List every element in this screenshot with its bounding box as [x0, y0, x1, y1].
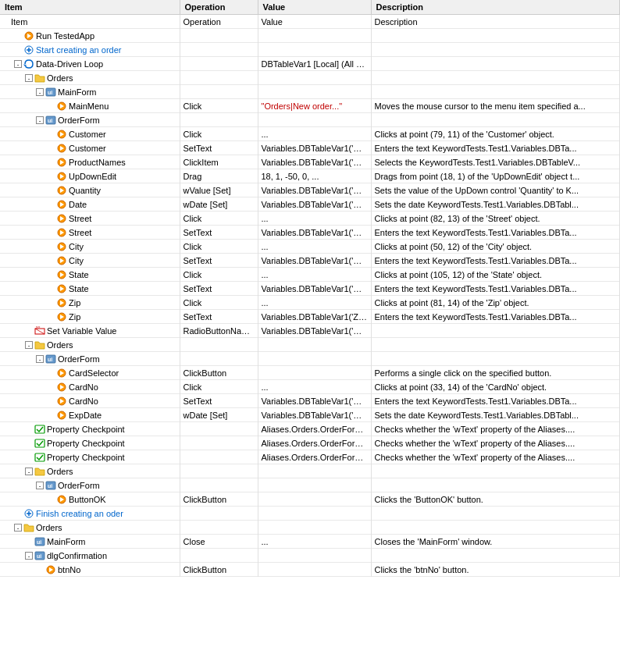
operation-cell: ClickButton	[180, 492, 258, 507]
table-row[interactable]: -Orders	[0, 338, 620, 352]
table-row[interactable]: Finish creating an oder	[0, 507, 620, 521]
tree-expander[interactable]: -	[36, 355, 44, 363]
table-row[interactable]: btnNoClickButtonClicks the 'btnNo' butto…	[0, 563, 620, 577]
table-row[interactable]: ItemOperationValueDescription	[0, 15, 620, 29]
item-label: City	[69, 242, 84, 251]
value-cell	[258, 507, 371, 521]
value-cell	[258, 29, 371, 43]
item-label: Property Checkpoint	[47, 439, 125, 448]
svg-text:ui: ui	[48, 90, 52, 95]
table-row[interactable]: StreetSetTextVariables.DBTableVar1('Stre…	[0, 226, 620, 240]
operation-cell: Click	[180, 99, 258, 113]
operation-cell: SetText	[180, 226, 258, 240]
table-row[interactable]: CustomerClick...Clicks at point (79, 11)…	[0, 127, 620, 141]
table-row[interactable]: CitySetTextVariables.DBTableVar1('City')…	[0, 254, 620, 268]
table-row[interactable]: -uiOrderForm	[0, 478, 620, 492]
tree-expander[interactable]: -	[14, 60, 22, 68]
description-cell	[371, 43, 620, 57]
description-cell: Performs a single click on the specified…	[371, 366, 620, 380]
table-row[interactable]: ButtonOKClickButtonClicks the 'ButtonOK'…	[0, 492, 620, 507]
table-row[interactable]: CardSelectorClickButtonPerforms a single…	[0, 366, 620, 380]
action-orange-icon	[56, 297, 67, 308]
table-row[interactable]: uiMainFormClose...Closes the 'MainForm' …	[0, 535, 620, 549]
value-cell: Variables.DBTableVar1('Date')	[258, 197, 371, 212]
tree-expander[interactable]: -	[14, 524, 22, 532]
action-orange-icon	[23, 30, 34, 41]
table-row[interactable]: StreetClick...Clicks at point (82, 13) o…	[0, 212, 620, 226]
table-row[interactable]: UpDownEditDrag18, 1, -50, 0, ...Drags fr…	[0, 169, 620, 183]
description-cell: Moves the mouse cursor to the menu item …	[371, 99, 620, 113]
table-row[interactable]: CityClick...Clicks at point (50, 12) of …	[0, 240, 620, 254]
link-icon	[23, 44, 34, 55]
value-cell: Variables.DBTableVar1('Qua...	[258, 183, 371, 197]
value-cell: Aliases.Orders.OrderForm.G...	[258, 436, 371, 450]
tree-expander[interactable]: -	[36, 116, 44, 124]
table-row[interactable]: CustomerSetTextVariables.DBTableVar1('Na…	[0, 141, 620, 155]
table-row[interactable]: -Data-Driven LoopDBTableVar1 [Local] (Al…	[0, 57, 620, 71]
table-row[interactable]: Run TestedApp	[0, 29, 620, 43]
tree-expander[interactable]: -	[25, 74, 33, 82]
table-row[interactable]: ExpDatewDate [Set]Variables.DBTableVar1(…	[0, 408, 620, 422]
tree-expander[interactable]: -	[25, 552, 33, 560]
action-orange-icon	[56, 185, 67, 196]
table-row[interactable]: ProductNamesClickItemVariables.DBTableVa…	[0, 155, 620, 169]
table-row[interactable]: -uiOrderForm	[0, 113, 620, 127]
table-row[interactable]: CardNoSetTextVariables.DBTableVar1('Cre.…	[0, 394, 620, 408]
table-row[interactable]: -Orders	[0, 464, 620, 478]
operation-cell: Close	[180, 535, 258, 549]
table-header: Item Operation Value Description	[0, 0, 620, 15]
link-icon	[23, 508, 34, 519]
item-label: Orders	[47, 467, 73, 476]
description-cell: Enters the text KeywordTests.Test1.Varia…	[371, 254, 620, 268]
description-cell	[371, 57, 620, 71]
description-cell	[371, 352, 620, 366]
tree-body: ItemOperationValueDescriptionRun TestedA…	[0, 15, 620, 577]
folder-icon	[34, 73, 45, 84]
table-row[interactable]: Property CheckpointAliases.Orders.OrderF…	[0, 450, 620, 464]
description-cell	[371, 71, 620, 85]
description-cell: Clicks at point (81, 14) of the 'Zip' ob…	[371, 296, 620, 310]
table-row[interactable]: -Orders	[0, 71, 620, 85]
tree-expander[interactable]: -	[36, 482, 44, 489]
table-row[interactable]: MainMenuClick"Orders|New order..."Moves …	[0, 99, 620, 113]
table-row[interactable]: ZipSetTextVariables.DBTableVar1('ZIP')En…	[0, 310, 620, 324]
svg-text:ui: ui	[48, 483, 52, 489]
table-row[interactable]: -uidlgConfirmation	[0, 549, 620, 563]
item-label: OrderForm	[58, 481, 100, 490]
table-row[interactable]: x=Set Variable ValueRadioButtonName [Pr.…	[0, 324, 620, 338]
description-cell	[371, 464, 620, 478]
table-row[interactable]: StateSetTextVariables.DBTableVar1('State…	[0, 282, 620, 296]
table-row[interactable]: StateClick...Clicks at point (105, 12) o…	[0, 268, 620, 282]
value-cell: 18, 1, -50, 0, ...	[258, 169, 371, 183]
tree-expander[interactable]: -	[25, 468, 33, 475]
value-cell: ...	[258, 127, 371, 141]
table-row[interactable]: ZipClick...Clicks at point (81, 14) of t…	[0, 296, 620, 310]
col-header-operation: Operation	[180, 0, 258, 15]
item-label: Property Checkpoint	[47, 425, 125, 434]
svg-line-39	[35, 329, 45, 334]
tree-expander[interactable]: -	[36, 88, 44, 96]
operation-cell	[180, 71, 258, 85]
table-row[interactable]: CardNoClick...Clicks at point (33, 14) o…	[0, 380, 620, 394]
description-cell: Checks whether the 'wText' property of t…	[371, 436, 620, 450]
description-cell: Sets the date KeywordTests.Test1.Variabl…	[371, 408, 620, 422]
col-header-item: Item	[0, 0, 180, 15]
table-row[interactable]: -uiOrderForm	[0, 352, 620, 366]
table-row[interactable]: Property CheckpointAliases.Orders.OrderF…	[0, 436, 620, 450]
table-row[interactable]: DatewDate [Set]Variables.DBTableVar1('Da…	[0, 197, 620, 212]
table-row[interactable]: QuantitywValue [Set]Variables.DBTableVar…	[0, 183, 620, 197]
table-row[interactable]: Start creating an order	[0, 43, 620, 57]
operation-cell	[180, 352, 258, 366]
description-cell: Sets the value of the UpDown control 'Qu…	[371, 183, 620, 197]
table-row[interactable]: Property CheckpointAliases.Orders.OrderF…	[0, 422, 620, 436]
folder-icon	[34, 340, 45, 350]
description-cell: Clicks at point (79, 11) of the 'Custome…	[371, 127, 620, 141]
description-cell: Enters the text KeywordTests.Test1.Varia…	[371, 394, 620, 408]
table-row[interactable]: -Orders	[0, 521, 620, 535]
value-cell	[258, 338, 371, 352]
item-label: Run TestedApp	[36, 31, 94, 41]
table-row[interactable]: -uiMainForm	[0, 85, 620, 99]
action-orange-icon	[56, 241, 67, 252]
tree-expander[interactable]: -	[25, 341, 33, 349]
operation-cell: Click	[180, 240, 258, 254]
